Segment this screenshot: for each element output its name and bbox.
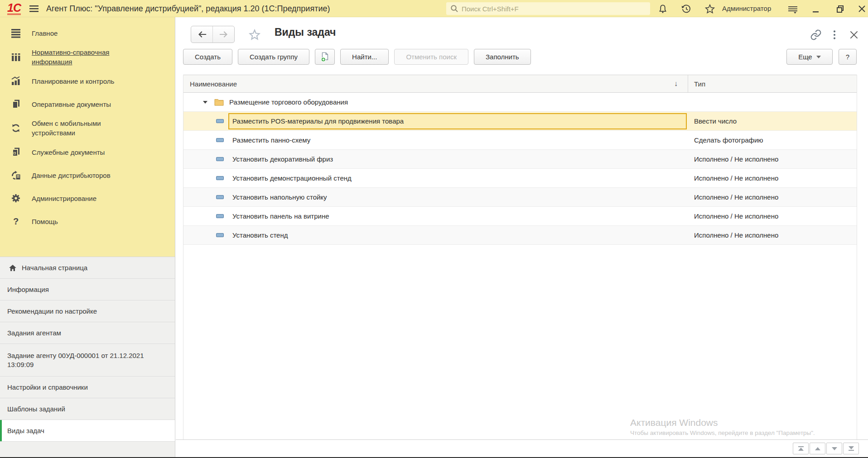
kebab-menu-icon[interactable] [829,29,840,41]
close-window-button[interactable] [856,3,868,15]
scroll-up-button[interactable] [810,443,825,454]
service-menu-icon[interactable] [787,4,799,15]
task-types-table: Наименование ↓ Тип Размещение торгового … [183,75,857,439]
type-cell[interactable]: Исполнено / Не исполнено [688,150,857,168]
table-row[interactable]: Установить декоративный фриз Исполнено /… [183,150,857,169]
task-name: Разместить POS-материалы для продвижения… [232,117,404,125]
name-cell[interactable]: Установить демонстрационный стенд [183,169,688,187]
table-row[interactable]: Установить напольную стойку Исполнено / … [183,188,857,207]
task-item-icon [216,138,224,142]
restore-button[interactable] [834,3,846,15]
task-name: Установить декоративный фриз [232,155,333,163]
current-user[interactable]: Администратор [722,0,771,17]
task-name: Установить напольную стойку [232,193,327,201]
scroll-to-top-button[interactable] [793,443,809,454]
gear-icon [10,192,22,204]
task-name: Установить демонстрационный стенд [232,174,352,182]
scroll-to-bottom-button[interactable] [843,443,859,454]
fill-button[interactable]: Заполнить [474,49,531,65]
name-cell[interactable]: Разместить POS-материалы для продвижения… [183,112,688,130]
favorite-star-icon[interactable] [248,29,261,41]
nav-item-agent-task-document[interactable]: Задание агенту 00УД-000001 от 21.12.2021… [0,344,175,377]
app-title: Агент Плюс: "Управление дистрибуцией", р… [46,0,330,17]
type-cell[interactable]: Исполнено / Не исполнено [688,226,857,244]
forward-button[interactable] [213,26,234,43]
question-mark-icon: ? [10,215,22,227]
nav-item-home[interactable]: Начальная страница [0,257,175,279]
sidebar-item-distributor-data[interactable]: Данные дистрибьюторов [0,167,175,184]
create-group-button[interactable]: Создать группу [238,49,309,65]
type-cell[interactable]: Исполнено / Не исполнено [688,207,857,225]
copy-item-button[interactable] [315,49,335,65]
home-icon [8,263,17,272]
help-button[interactable]: ? [839,49,857,65]
sidebar-item-administration[interactable]: Администрирование [0,190,175,207]
favorites-star-icon[interactable] [704,3,716,15]
close-form-icon[interactable] [848,29,860,41]
link-icon[interactable] [810,29,822,41]
nav-item-task-templates[interactable]: Шаблоны заданий [0,398,175,420]
name-cell[interactable]: Установить декоративный фриз [183,150,688,168]
name-cell[interactable]: Установить стенд [183,226,688,244]
table-row[interactable]: Установить панель на витрине Исполнено /… [183,207,857,226]
nav-item-agent-tasks[interactable]: Задания агентам [0,322,175,344]
table-row[interactable]: Установить стенд Исполнено / Не исполнен… [183,226,857,245]
table-row[interactable]: Разместить панно-схему Сделать фотографи… [183,131,857,150]
task-name: Разместить панно-схему [232,136,310,144]
toolbar: Создать Создать группу Найти... Отменить… [183,49,531,65]
task-type: Исполнено / Не исполнено [694,155,778,163]
history-icon[interactable] [680,3,692,15]
sidebar: Главное Нормативно-справочная информация… [0,17,175,458]
nav-item-settings-references[interactable]: Настройки и справочники [0,377,175,398]
back-button[interactable] [191,26,213,43]
sort-descending-icon: ↓ [674,80,678,88]
task-name: Установить панель на витрине [232,212,329,220]
type-cell[interactable]: Ввести число [688,112,857,130]
titlebar: 1С Агент Плюс: "Управление дистрибуцией"… [0,0,868,17]
sidebar-item-planning[interactable]: Планирование и контроль [0,72,175,90]
name-cell[interactable]: Установить напольную стойку [183,188,688,206]
sidebar-item-main[interactable]: Главное [0,24,175,42]
task-type: Исполнено / Не исполнено [694,212,778,220]
find-button[interactable]: Найти... [340,49,389,65]
service-documents-icon [10,146,22,158]
menu-lines-icon [10,27,22,39]
expand-triangle-icon[interactable] [203,101,207,104]
task-type: Ввести число [694,117,737,125]
sidebar-item-reference-info[interactable]: Нормативно-справочная информация [0,48,175,67]
nav-item-setup-recommendations[interactable]: Рекомендации по настройке [0,301,175,322]
table-row[interactable]: Разместить POS-материалы для продвижения… [183,112,857,131]
reference-columns-icon [10,51,22,63]
sidebar-item-mobile-exchange[interactable]: Обмен с мобильными устройствами [0,119,175,138]
table-body: Разместить POS-материалы для продвижения… [183,112,857,245]
notifications-bell-icon[interactable] [657,3,669,15]
scroll-down-button[interactable] [826,443,842,454]
column-header-name[interactable]: Наименование ↓ [183,75,688,92]
type-cell[interactable]: Исполнено / Не исполнено [688,169,857,187]
name-cell[interactable]: Установить панель на витрине [183,207,688,225]
task-item-icon [216,233,224,237]
navigation-panel: Начальная страница Информация Рекомендац… [0,257,175,442]
name-cell[interactable]: Разместить панно-схему [183,131,688,149]
sidebar-item-help[interactable]: ? Помощь [0,213,175,230]
chevron-down-icon [816,56,821,58]
global-search[interactable] [446,2,650,15]
nav-item-information[interactable]: Информация [0,279,175,301]
list-scroll-buttons [793,443,859,454]
more-button[interactable]: Еще [786,49,833,65]
main-menu-icon[interactable] [29,4,39,13]
type-cell[interactable]: Исполнено / Не исполнено [688,188,857,206]
task-type: Исполнено / Не исполнено [694,193,778,201]
sidebar-item-operational-docs[interactable]: Оперативные документы [0,95,175,113]
task-item-icon [216,119,224,123]
minimize-button[interactable] [810,3,822,15]
search-input[interactable] [462,5,646,13]
create-button[interactable]: Создать [183,49,232,65]
table-row[interactable]: Установить демонстрационный стенд Исполн… [183,169,857,188]
nav-item-task-types[interactable]: Виды задач [0,420,175,442]
group-row[interactable]: Размещение торгового оборудования [183,93,857,112]
column-header-type[interactable]: Тип [688,80,857,88]
cancel-search-button[interactable]: Отменить поиск [394,49,468,65]
sidebar-item-service-docs[interactable]: Служебные документы [0,143,175,161]
type-cell[interactable]: Сделать фотографию [688,131,857,149]
